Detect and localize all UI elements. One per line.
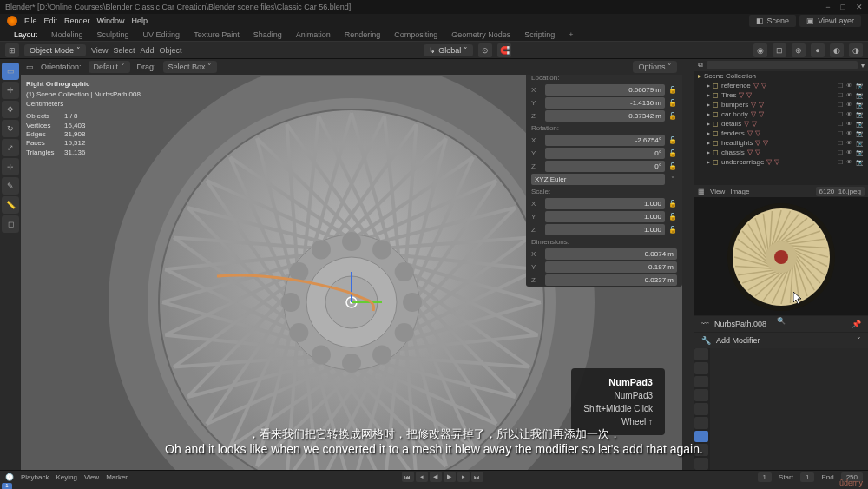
rot-y[interactable]: 0° xyxy=(545,148,665,159)
tab-add[interactable]: + xyxy=(569,30,573,39)
tab-scripting[interactable]: Scripting xyxy=(524,30,555,39)
outliner-item[interactable]: ▸◻bumpers ▽▽ ☐ 👁 📷 xyxy=(694,100,868,109)
tl-playback[interactable]: Playback xyxy=(21,473,49,481)
current-frame[interactable]: 1 xyxy=(758,472,772,482)
image-menu-image[interactable]: Image xyxy=(730,188,749,195)
orientation-select[interactable]: Default ˅ xyxy=(89,61,130,73)
start-frame[interactable]: 1 xyxy=(800,472,814,482)
prev-key-icon[interactable]: ◂ xyxy=(416,472,428,482)
overlay-icon[interactable]: ◉ xyxy=(753,43,767,57)
tool-measure[interactable]: 📏 xyxy=(2,196,19,214)
snap-icon[interactable]: 🧲 xyxy=(497,43,511,57)
tool-icon[interactable]: ▭ xyxy=(26,63,34,71)
tl-view[interactable]: View xyxy=(84,473,99,481)
lock-icon[interactable]: 🔓 xyxy=(668,213,677,221)
prop-output[interactable] xyxy=(694,362,708,374)
lock-icon[interactable]: 🔓 xyxy=(668,226,677,234)
menu-file[interactable]: File xyxy=(24,17,37,25)
tab-layout[interactable]: Layout xyxy=(14,30,37,39)
maximize-button[interactable]: □ xyxy=(841,3,845,11)
tool-move[interactable]: ✥ xyxy=(2,101,19,118)
outliner-type-icon[interactable]: ⧉ xyxy=(698,61,703,69)
tl-marker[interactable]: Marker xyxy=(106,473,128,481)
viewlayer-selector[interactable]: ▣ViewLayer xyxy=(799,15,861,27)
minimize-button[interactable]: − xyxy=(825,3,830,11)
tool-rotate[interactable]: ↻ xyxy=(2,120,19,137)
prop-object[interactable] xyxy=(694,417,708,429)
outliner-item[interactable]: ▸◻chassis ▽▽ ☐ 👁 📷 xyxy=(694,148,868,157)
prop-render[interactable] xyxy=(694,348,708,360)
image-filename[interactable]: 6120_16.jpeg xyxy=(816,187,865,196)
prop-view[interactable] xyxy=(694,376,708,388)
menu-edit[interactable]: Edit xyxy=(44,17,58,25)
prop-physics[interactable] xyxy=(694,458,708,470)
tool-transform[interactable]: ⊹ xyxy=(2,158,19,175)
timeline-type-icon[interactable]: 🕐 xyxy=(5,473,14,481)
next-key-icon[interactable]: ▸ xyxy=(457,472,470,482)
tool-addcube[interactable]: ◻ xyxy=(2,215,19,233)
add-modifier-button[interactable]: 🔧 Add Modifier ˅ xyxy=(694,333,868,348)
jump-start-icon[interactable]: ⏮ xyxy=(402,472,414,482)
scl-z[interactable]: 1.000 xyxy=(545,224,665,235)
menu-add[interactable]: Add xyxy=(140,46,154,55)
lock-icon[interactable]: 🔓 xyxy=(668,99,677,107)
dim-x[interactable]: 0.0874 m xyxy=(545,248,677,260)
tab-modeling[interactable]: Modeling xyxy=(51,30,83,39)
image-menu-view[interactable]: View xyxy=(710,188,725,195)
tab-geo[interactable]: Geometry Nodes xyxy=(451,30,510,39)
tab-animation[interactable]: Animation xyxy=(296,30,331,39)
outliner-item[interactable]: ▸◻fenders ▽▽ ☐ 👁 📷 xyxy=(694,129,868,138)
close-button[interactable]: ✕ xyxy=(856,3,863,11)
options-dropdown[interactable]: Options ˅ xyxy=(633,61,677,73)
tab-shading[interactable]: Shading xyxy=(253,30,282,39)
outliner-item[interactable]: ▸◻headlights ▽▽ ☐ 👁 📷 xyxy=(694,138,868,148)
rot-x[interactable]: -2.6754° xyxy=(545,135,665,146)
lock-icon[interactable]: 🔓 xyxy=(668,162,677,170)
outliner-item[interactable]: ▸◻reference ▽▽ ☐ 👁 📷 xyxy=(694,81,868,90)
outliner-item[interactable]: ▸◻details ▽▽ ☐ 👁 📷 xyxy=(694,119,868,129)
play-rev-icon[interactable]: ◀ xyxy=(430,472,442,482)
tab-rendering[interactable]: Rendering xyxy=(345,30,381,39)
playhead[interactable]: 1 xyxy=(2,483,12,489)
shading-rendered-icon[interactable]: ◑ xyxy=(849,43,863,57)
menu-view[interactable]: View xyxy=(91,46,108,55)
tab-sculpting[interactable]: Sculpting xyxy=(97,30,129,39)
tab-uv[interactable]: UV Editing xyxy=(143,30,181,39)
rot-mode[interactable]: XYZ Euler xyxy=(531,174,665,185)
shading-material-icon[interactable]: ◐ xyxy=(830,43,844,57)
outliner-root[interactable]: ▸Scene Collection xyxy=(694,71,868,81)
prop-world[interactable] xyxy=(694,403,708,415)
tab-texture[interactable]: Texture Paint xyxy=(194,30,240,39)
scl-y[interactable]: 1.000 xyxy=(545,211,665,222)
tab-compositing[interactable]: Compositing xyxy=(394,30,437,39)
prop-scene[interactable] xyxy=(694,389,708,401)
prop-modifier[interactable] xyxy=(694,431,708,443)
blender-logo-icon[interactable] xyxy=(7,16,17,26)
scene-selector[interactable]: ◧Scene xyxy=(749,15,797,27)
loc-x[interactable]: 0.66079 m xyxy=(545,84,665,96)
menu-render[interactable]: Render xyxy=(64,17,90,25)
orientation-dropdown[interactable]: ↳ Global ˅ xyxy=(424,44,473,56)
drag-select[interactable]: Select Box ˅ xyxy=(163,61,218,73)
menu-object[interactable]: Object xyxy=(159,46,181,55)
tool-cursor[interactable]: ✛ xyxy=(2,82,19,99)
menu-window[interactable]: Window xyxy=(97,17,125,25)
lock-icon[interactable]: 🔓 xyxy=(668,112,677,120)
lock-icon[interactable]: 🔓 xyxy=(668,200,677,208)
play-icon[interactable]: ▶ xyxy=(444,472,456,482)
lock-icon[interactable]: 🔓 xyxy=(668,136,677,144)
mode-dropdown[interactable]: Object Mode ˅ xyxy=(24,44,86,56)
rot-z[interactable]: 0° xyxy=(545,161,665,172)
tool-scale[interactable]: ⤢ xyxy=(2,139,19,156)
filter-icon[interactable]: ▾ xyxy=(861,62,865,69)
editor-type-icon[interactable]: ⊞ xyxy=(5,43,19,57)
tl-keying[interactable]: Keying xyxy=(56,473,76,481)
xray-icon[interactable]: ⊡ xyxy=(773,43,786,57)
lock-icon[interactable]: 🔓 xyxy=(668,86,677,94)
prop-particle[interactable] xyxy=(694,444,708,456)
outliner-item[interactable]: ▸◻car body ▽▽ ☐ 👁 📷 xyxy=(694,109,868,119)
outliner-item[interactable]: ▸◻undercarriage ▽▽ ☐ 👁 📷 xyxy=(694,157,868,167)
shading-solid-icon[interactable]: ● xyxy=(811,43,825,57)
image-type-icon[interactable]: ▦ xyxy=(698,188,705,195)
shading-wire-icon[interactable]: ⊕ xyxy=(792,43,806,57)
